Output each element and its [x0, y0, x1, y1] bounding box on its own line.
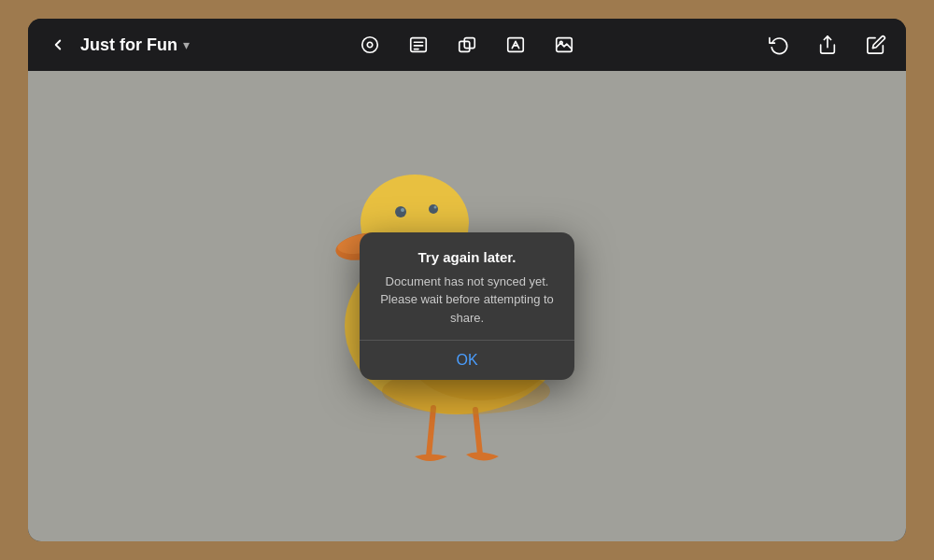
share-icon[interactable] [813, 30, 842, 60]
toolbar-left: Just for Fun ▾ [43, 30, 326, 60]
layers-icon[interactable] [452, 30, 482, 60]
svg-point-0 [362, 37, 378, 53]
svg-rect-8 [508, 38, 524, 52]
text-format-icon[interactable] [501, 30, 531, 60]
svg-point-1 [367, 42, 373, 48]
page-title: Just for Fun [80, 35, 177, 55]
ok-button[interactable]: OK [360, 341, 574, 380]
canvas-area: Try again later. Document has not synced… [28, 71, 906, 541]
alert-dialog: Try again later. Document has not synced… [360, 232, 574, 381]
history-icon[interactable] [764, 30, 794, 60]
toolbar-center [326, 30, 609, 60]
title-area: Just for Fun ▾ [80, 35, 190, 55]
dialog-overlay: Try again later. Document has not synced… [28, 71, 906, 541]
draw-tool-icon[interactable] [355, 30, 385, 60]
edit-icon[interactable] [861, 30, 891, 60]
text-mode-icon[interactable] [403, 30, 433, 60]
dialog-message: Document has not synced yet. Please wait… [378, 273, 556, 328]
device-frame: Just for Fun ▾ [28, 19, 906, 541]
toolbar-right [608, 30, 891, 60]
dialog-content: Try again later. Document has not synced… [360, 232, 574, 341]
dialog-title: Try again later. [378, 249, 556, 265]
toolbar: Just for Fun ▾ [28, 19, 906, 71]
back-button[interactable] [43, 30, 73, 60]
image-insert-icon[interactable] [549, 30, 579, 60]
chevron-down-icon[interactable]: ▾ [183, 37, 190, 52]
